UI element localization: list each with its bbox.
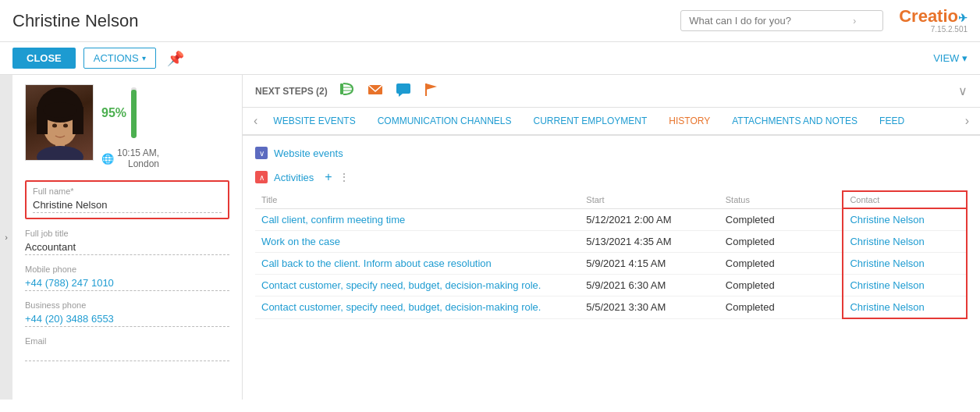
full-name-value[interactable]: Christine Nelson <box>33 197 222 213</box>
view-button[interactable]: VIEW ▾ <box>933 52 968 64</box>
contact-link[interactable]: Christine Nelson <box>850 236 924 247</box>
table-row: Contact customer, specify need, budget, … <box>255 297 967 319</box>
business-phone-label: Business phone <box>25 300 229 310</box>
activity-title-link[interactable]: Contact customer, specify need, budget, … <box>261 301 541 313</box>
col-title: Title <box>255 191 580 208</box>
tab-attachments-notes[interactable]: ATTACHMENTS AND NOTES <box>721 108 868 136</box>
svg-marker-15 <box>399 94 403 97</box>
activities-table: Title Start Status Contact Call client, … <box>255 190 968 319</box>
page-title: Christine Nelson <box>12 11 680 31</box>
activities-section: ∧ Activities + ⋮ Title Start Status Cont… <box>255 167 968 319</box>
email-field: Email <box>25 336 229 361</box>
svg-point-7 <box>37 146 83 161</box>
search-box: › <box>680 10 883 31</box>
activity-contact[interactable]: Christine Nelson <box>843 253 967 275</box>
activities-header[interactable]: ∧ Activities + ⋮ <box>255 167 968 187</box>
activity-contact[interactable]: Christine Nelson <box>843 297 967 319</box>
website-events-section: ∨ Website events <box>255 144 968 162</box>
tab-feed[interactable]: FEED <box>868 108 915 136</box>
job-title-value: Accountant <box>25 240 229 255</box>
contact-link[interactable]: Christine Nelson <box>850 279 924 291</box>
business-phone-value[interactable]: +44 (20) 3488 6553 <box>25 311 229 327</box>
tab-website-events[interactable]: WEBSITE EVENTS <box>262 108 366 136</box>
left-panel: 95% 🌐 10:15 AM, London Full name* <box>12 75 243 400</box>
table-row: Call client, confirm meeting time5/12/20… <box>255 208 967 231</box>
next-steps-bar: NEXT STEPS (2) <box>243 75 980 108</box>
website-events-header[interactable]: ∨ Website events <box>255 144 968 162</box>
activity-status: Completed <box>719 275 843 297</box>
activity-contact[interactable]: Christine Nelson <box>843 275 967 297</box>
step-email-icon[interactable] <box>367 82 384 100</box>
mobile-phone-value[interactable]: +44 (788) 247 1010 <box>25 275 229 291</box>
full-name-field-group: Full name* Christine Nelson <box>25 180 229 219</box>
pin-icon[interactable]: 📌 <box>167 50 184 67</box>
expand-steps-icon[interactable]: ∨ <box>958 83 968 98</box>
activities-toggle: ∧ <box>255 171 268 183</box>
actions-dropdown-icon: ▾ <box>142 54 146 62</box>
svg-point-9 <box>63 124 68 128</box>
tab-arrow-right[interactable]: › <box>960 108 974 134</box>
tab-arrow-left[interactable]: ‹ <box>249 108 262 134</box>
activity-start: 5/5/2021 3:30 AM <box>580 297 719 319</box>
activity-title-link[interactable]: Call client, confirm meeting time <box>261 214 405 226</box>
activity-status: Completed <box>719 208 843 231</box>
step-phone-icon[interactable] <box>339 81 356 101</box>
logo-version: 7.15.2.501 <box>899 25 968 34</box>
contact-link[interactable]: Christine Nelson <box>850 214 924 226</box>
tab-current-employment[interactable]: CURRENT EMPLOYMENT <box>522 108 658 136</box>
job-title-field: Full job title Accountant <box>25 229 229 255</box>
col-contact: Contact <box>843 191 967 208</box>
profile-score: 95% <box>101 106 126 120</box>
profile-time: 10:15 AM, London <box>117 147 159 169</box>
side-panel-toggle[interactable]: › <box>0 75 12 400</box>
table-row: Work on the case5/13/2021 4:35 AMComplet… <box>255 231 967 253</box>
add-activity-icon[interactable]: + <box>325 170 332 184</box>
tab-history[interactable]: HISTORY <box>658 108 721 136</box>
step-flag-icon[interactable] <box>423 82 440 100</box>
business-phone-field: Business phone +44 (20) 3488 6553 <box>25 300 229 327</box>
activity-start: 5/13/2021 4:35 AM <box>580 231 719 253</box>
contact-link[interactable]: Christine Nelson <box>850 301 924 313</box>
activity-contact[interactable]: Christine Nelson <box>843 208 967 231</box>
activity-start: 5/9/2021 6:30 AM <box>580 275 719 297</box>
mobile-phone-field: Mobile phone +44 (788) 247 1010 <box>25 265 229 291</box>
search-input[interactable] <box>689 15 853 27</box>
next-steps-label: NEXT STEPS (2) <box>255 86 328 97</box>
email-value[interactable] <box>25 347 229 361</box>
tab-communication-channels[interactable]: COMMUNICATION CHANNELS <box>367 108 523 136</box>
col-start: Start <box>580 191 719 208</box>
profile-photo <box>25 84 94 161</box>
activity-contact[interactable]: Christine Nelson <box>843 231 967 253</box>
full-name-label: Full name* <box>33 186 222 196</box>
globe-icon: 🌐 <box>101 153 114 165</box>
svg-rect-10 <box>340 83 343 94</box>
contact-link[interactable]: Christine Nelson <box>850 258 924 269</box>
svg-point-8 <box>52 124 57 128</box>
right-panel: NEXT STEPS (2) <box>243 75 980 400</box>
activity-title-link[interactable]: Contact customer, specify need, budget, … <box>261 279 541 291</box>
table-row: Call back to the client. Inform about ca… <box>255 253 967 275</box>
website-events-toggle: ∨ <box>255 147 268 159</box>
table-row: Contact customer, specify need, budget, … <box>255 275 967 297</box>
activity-title-link[interactable]: Call back to the client. Inform about ca… <box>261 258 492 269</box>
step-chat-icon[interactable] <box>395 82 412 100</box>
activity-start: 5/12/2021 2:00 AM <box>580 208 719 231</box>
actions-button[interactable]: ACTIONS ▾ <box>83 48 156 69</box>
tabs-bar: ‹ WEBSITE EVENTS COMMUNICATION CHANNELS … <box>243 108 980 136</box>
svg-rect-14 <box>396 83 410 94</box>
actions-label: ACTIONS <box>94 52 139 64</box>
activity-status: Completed <box>719 231 843 253</box>
svg-point-5 <box>43 102 77 118</box>
website-events-title: Website events <box>274 147 343 159</box>
view-label: VIEW ▾ <box>933 52 968 64</box>
creatio-logo: Creatio✈ 7.15.2.501 <box>899 8 968 34</box>
activity-status: Completed <box>719 253 843 275</box>
job-title-label: Full job title <box>25 229 229 238</box>
score-bar <box>131 87 137 138</box>
search-arrow-icon: › <box>853 16 856 27</box>
svg-marker-17 <box>426 83 437 90</box>
activity-options-icon[interactable]: ⋮ <box>339 171 350 183</box>
mobile-phone-label: Mobile phone <box>25 265 229 274</box>
activity-title-link[interactable]: Work on the case <box>261 236 340 247</box>
close-button[interactable]: CLOSE <box>12 48 76 69</box>
